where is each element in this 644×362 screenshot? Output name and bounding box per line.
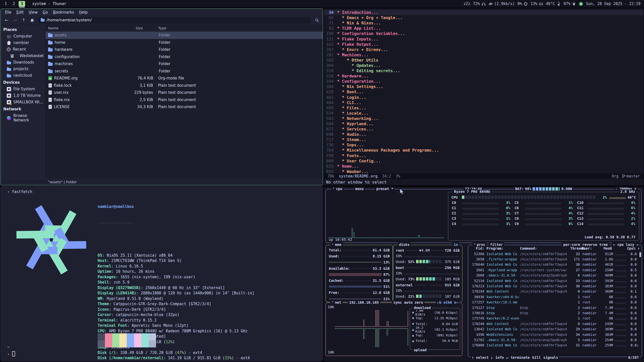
net-toggles[interactable]: sync auto zero (392, 300, 424, 304)
file-row[interactable]: flake.lock3,1 KiBPlain text document (46, 82, 323, 89)
tab-preset[interactable]: preset * (375, 187, 394, 191)
tab-mem[interactable]: ²mem (330, 243, 343, 247)
org-heading-line[interactable]: 717* Steam... (324, 137, 643, 142)
file-row[interactable]: flake.nix2,5 KiBPlain text document (46, 96, 323, 104)
major-mode[interactable]: Org (612, 174, 619, 178)
process-row[interactable]: 178294 Web Content /nix/store/sm8fmrf3wp… (468, 289, 642, 294)
org-heading-line[interactable]: 736* Sops... (324, 142, 643, 148)
org-heading-line[interactable]: 121* Flake Inputs... (324, 36, 643, 41)
org-heading-line[interactable]: 71* Nix & Nixos... (324, 20, 643, 26)
org-heading-line[interactable]: 304* Updates... (324, 63, 643, 68)
workspace-button[interactable]: 2 (11, 1, 17, 7)
org-heading-line[interactable]: 584* Hyprland... (324, 121, 643, 126)
process-row[interactable]: 51762 .emacs-31.0.50- /nix/store/wnqz5pa… (468, 337, 642, 342)
proc-options[interactable]: per-core reverse tree (562, 243, 609, 247)
file-row[interactable]: user.nix229 bytesPlain text document (46, 89, 323, 96)
process-row[interactable]: 176223 Isolated Web Co /nix/store/sm8fmr… (468, 283, 642, 289)
process-row[interactable]: 179127 btop btop 2 nambiar 7.3M 0.0 (468, 305, 642, 310)
org-heading-line[interactable]: 34* Introduction... (324, 10, 643, 15)
tab-cpu[interactable]: ¹cpu (331, 187, 344, 191)
org-heading-line[interactable]: 825* Home... (324, 164, 643, 169)
proc-hint[interactable]: ↑ select ↓ (472, 355, 493, 359)
sidebar-item[interactable]: nambiar (1, 39, 45, 46)
file-row[interactable]: assetsFolder (46, 32, 323, 39)
org-heading-line[interactable]: 461* Login... (324, 95, 643, 100)
org-heading-line[interactable]: 384* Nix Settings... (324, 84, 643, 89)
workspace-button[interactable]: 3 (19, 1, 25, 7)
proc-hint[interactable]: info ↵ (495, 355, 508, 359)
org-heading-line[interactable]: 162* Flake Output... (324, 42, 643, 47)
home-button[interactable] (28, 17, 36, 24)
proc-filter[interactable]: filter (489, 243, 504, 247)
file-row[interactable]: hardwareFolder (46, 46, 323, 53)
proc-sort[interactable]: ← cpu lazy → (612, 243, 640, 247)
tab-net[interactable]: ³net (330, 300, 343, 304)
process-row[interactable]: 52134 Isolated Web Co /nix/store/sm8fmrf… (468, 278, 642, 283)
tab-menu[interactable]: menu (354, 187, 365, 191)
menu-item[interactable]: Go (41, 10, 50, 15)
column-header-size[interactable]: Size (134, 26, 155, 30)
file-row[interactable]: machinesFolder (46, 60, 323, 68)
org-heading-line[interactable]: 799* Fonts... (324, 153, 643, 158)
menu-item[interactable]: Bookmarks (51, 10, 76, 15)
sidebar-item[interactable]: Recent (1, 46, 45, 53)
terminal-window[interactable]: › fastfetch nambiar@smallbox -----------… (1, 186, 323, 361)
sidebar-item[interactable]: Downloads (1, 59, 45, 66)
org-heading-line[interactable]: 563* Networking... (324, 116, 643, 121)
process-row[interactable]: 38936 kworker/u64:6-kc 1 root 0B 0.0 (468, 294, 642, 299)
new-prompt[interactable]: ~ › (7, 345, 15, 357)
org-heading-line[interactable]: 65* Emacs + Org + Tangle... (324, 15, 643, 20)
clock-date[interactable]: Sun, 28 Sep 2025 - 22:19 (586, 2, 640, 6)
org-heading-line[interactable]: 109* Configuration Variables... (324, 31, 643, 36)
sidebar-item[interactable]: File System (1, 86, 45, 92)
proc-scrollbar[interactable] (639, 252, 641, 257)
menu-item[interactable]: View (26, 10, 40, 15)
org-heading-line[interactable]: 344* Configuration... (324, 79, 643, 84)
process-row[interactable]: 3390 WebExtensions /nix/store/sm8fmrf3wp… (468, 332, 642, 337)
tab-proc[interactable]: ⁴proc (472, 243, 487, 247)
process-row[interactable]: 2660 .emacs-31.0.50- /nix/store/wnqz5pa8… (468, 273, 642, 278)
process-row[interactable]: 2601 .Hyprland-wrapp /run/current-system… (468, 267, 642, 273)
workspace-button[interactable]: 1 (3, 1, 9, 7)
file-row[interactable]: LICENSE34,3 KiBPlain text document (46, 103, 323, 111)
path-bar[interactable]: /home/nambiar/system/ (38, 17, 311, 24)
menu-item[interactable]: Help (77, 10, 90, 15)
menu-item[interactable]: File (3, 10, 14, 15)
org-heading-line[interactable]: 809* User Config... (324, 158, 643, 164)
process-row[interactable]: 176000 Isolated Web Co /nix/store/sm8fmr… (468, 343, 642, 348)
column-header-type[interactable]: Type (155, 26, 166, 30)
file-row[interactable]: README.org76,4 KiBOrg-mode file (46, 75, 323, 82)
org-heading-line[interactable]: 855* Waubar... (324, 169, 643, 173)
process-row[interactable]: 52368 Isolated Web Co /nix/store/sm8fmrf… (468, 251, 642, 256)
check-icon[interactable] (579, 2, 583, 6)
sidebar-item[interactable]: nextcloud (1, 72, 45, 79)
process-row[interactable]: 176646 Isolated Web Co /nix/store/sm8fmr… (468, 262, 642, 267)
proc-hint[interactable]: signals (543, 355, 558, 359)
org-heading-line[interactable]: 484* CLI... (324, 100, 643, 105)
proc-hint[interactable]: kill (532, 355, 541, 359)
menu-item[interactable]: Edit (14, 10, 26, 15)
forward-button[interactable]: → (11, 17, 19, 24)
org-heading-line[interactable]: 671* Services... (324, 126, 643, 132)
org-heading-line[interactable]: 698* Audio... (324, 132, 643, 137)
file-row[interactable]: homeFolder (46, 39, 323, 46)
sidebar-item[interactable]: 1,0 TB Volume (1, 92, 45, 99)
column-header-name[interactable]: Name (46, 26, 134, 30)
sidebar-item[interactable]: SMALLBOX Wi... (1, 99, 45, 105)
org-heading-line[interactable]: 93* TLDR App List... (324, 26, 643, 31)
process-row[interactable]: 13642 Isolated Web Co /nix/store/sm8fmrf… (468, 326, 642, 332)
sidebar-item[interactable]: Browse Network (1, 112, 45, 123)
proc-hint[interactable]: terminate (511, 355, 530, 359)
org-heading-line[interactable]: 534* Locale... (324, 111, 643, 116)
org-heading-line[interactable]: 303* Other Utils (324, 58, 643, 63)
search-button[interactable] (313, 17, 321, 24)
process-row[interactable]: 178616 btop btop 2 nambiar 7.4M 0.0 (468, 310, 642, 315)
net-interface[interactable]: ←b eth0 n→ (436, 300, 460, 304)
org-heading-line[interactable]: 267* Envrc + Direnv... (324, 47, 643, 52)
sidebar-item[interactable]: Computer (1, 33, 45, 39)
link-icon[interactable] (489, 2, 493, 6)
file-row[interactable]: secretsFolder (46, 68, 323, 75)
org-heading-line[interactable]: 282* Machines... (324, 52, 643, 58)
headphones-icon[interactable] (481, 2, 486, 6)
tab-io[interactable]: io (452, 243, 459, 247)
